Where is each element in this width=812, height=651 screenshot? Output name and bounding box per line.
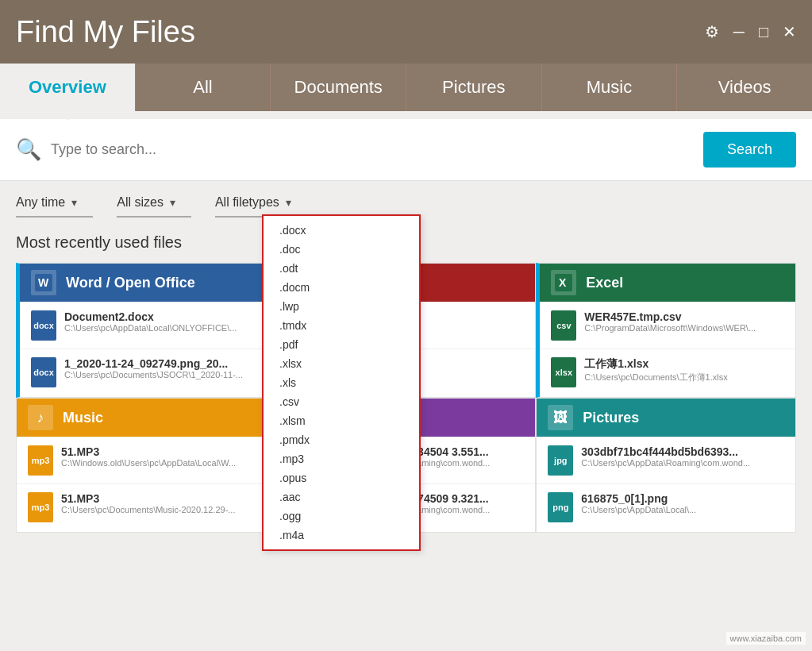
list-item[interactable]: docx Document2.docx C:\Users\pc\AppData\… bbox=[20, 302, 275, 349]
list-item[interactable]: xlsx 工作薄1.xlsx C:\Users\pc\Documents\工作薄… bbox=[540, 349, 795, 395]
close-icon[interactable]: ✕ bbox=[783, 22, 796, 41]
file-thumb-png: png bbox=[548, 492, 573, 522]
pictures-icon: 🖼 bbox=[548, 405, 573, 430]
filter-filetype[interactable]: All filetypes ▾ bbox=[215, 189, 307, 218]
category-word: W Word / Open Office docx Document2.docx… bbox=[16, 263, 276, 398]
filetype-option-xlsx[interactable]: .xlsx bbox=[264, 354, 419, 373]
file-info: 1_2020-11-24_092749.png_20... C:\Users\p… bbox=[64, 357, 264, 379]
list-item[interactable]: png 616875_0[1].png C:\Users\pc\AppData\… bbox=[537, 483, 795, 530]
music-icon: ♪ bbox=[28, 405, 53, 430]
tab-all[interactable]: All bbox=[136, 64, 271, 111]
filetype-option-lwp[interactable]: .lwp bbox=[264, 297, 419, 316]
list-item[interactable]: csv WER457E.tmp.csv C:\ProgramData\Micro… bbox=[540, 302, 795, 349]
filetype-option-opus[interactable]: .opus bbox=[264, 468, 419, 487]
file-thumb-docx: docx bbox=[31, 310, 56, 341]
search-bar: 🔍 Search bbox=[0, 119, 812, 181]
file-thumb-jpg: jpg bbox=[548, 445, 573, 476]
file-thumb-csv: csv bbox=[551, 310, 576, 341]
nav-tabs: Overview All Documents Pictures Music Vi… bbox=[0, 64, 812, 111]
filetype-option-doc[interactable]: .doc bbox=[264, 240, 419, 259]
filetype-option-docm[interactable]: .docm bbox=[264, 278, 419, 297]
title-bar: Find My Files ⚙ ─ □ ✕ bbox=[0, 0, 812, 64]
file-name: WER457E.tmp.csv bbox=[584, 310, 784, 323]
filter-size-label: All sizes bbox=[117, 195, 164, 210]
filetype-option-csv[interactable]: .csv bbox=[264, 392, 419, 411]
word-icon: W bbox=[31, 270, 56, 295]
filter-time[interactable]: Any time ▾ bbox=[16, 189, 93, 218]
list-item[interactable]: jpg 303dbf71bc4f444bd5bd6393... C:\Users… bbox=[537, 437, 795, 483]
file-name: Document2.docx bbox=[64, 310, 264, 323]
file-name: 工作薄1.xlsx bbox=[584, 357, 784, 372]
file-name: 303dbf71bc4f444bd5bd6393... bbox=[581, 445, 784, 458]
filetype-option-tmdx[interactable]: .tmdx bbox=[264, 316, 419, 335]
file-info: WER457E.tmp.csv C:\ProgramData\Microsoft… bbox=[584, 310, 784, 333]
app-title: Find My Files bbox=[16, 15, 195, 49]
file-path: C:\Users\pc\AppData\Roaming\com.wond... bbox=[581, 458, 784, 468]
file-path: C:\Windows.old\Users\pc\AppData\Local\W.… bbox=[61, 458, 264, 468]
filetype-option-odt[interactable]: .odt bbox=[264, 259, 419, 278]
watermark: www.xiazaiba.com bbox=[726, 632, 806, 645]
file-info: 51.MP3 C:\Windows.old\Users\pc\AppData\L… bbox=[61, 445, 264, 468]
tab-overview[interactable]: Overview bbox=[0, 64, 136, 111]
category-excel-label: Excel bbox=[586, 275, 623, 291]
file-info: 51.MP3 C:\Users\pc\Documents\Music-2020.… bbox=[61, 492, 264, 514]
category-music-header[interactable]: ♪ Music bbox=[17, 399, 275, 437]
category-word-label: Word / Open Office bbox=[66, 275, 195, 291]
file-path: C:\Users\pc\AppData\Local\ONLYOFFICE\... bbox=[64, 323, 264, 333]
category-music-label: Music bbox=[63, 410, 103, 426]
filter-size[interactable]: All sizes ▾ bbox=[117, 189, 191, 218]
filetype-option-m4a[interactable]: .m4a bbox=[264, 526, 419, 545]
category-excel: X Excel csv WER457E.tmp.csv C:\ProgramDa… bbox=[536, 263, 796, 398]
file-path: C:\Users\pc\Documents\JSOCR\1_2020-11-..… bbox=[64, 370, 264, 379]
list-item[interactable]: mp3 51.MP3 C:\Users\pc\Documents\Music-2… bbox=[17, 483, 275, 530]
list-item[interactable]: docx 1_2020-11-24_092749.png_20... C:\Us… bbox=[20, 349, 275, 395]
chevron-down-icon: ▾ bbox=[170, 196, 175, 209]
filetype-option-pdf[interactable]: .pdf bbox=[264, 335, 419, 354]
category-pictures-label: Pictures bbox=[583, 410, 639, 426]
maximize-icon[interactable]: □ bbox=[759, 23, 768, 41]
chevron-down-icon: ▾ bbox=[286, 196, 291, 209]
window-controls: ⚙ ─ □ ✕ bbox=[705, 22, 796, 41]
chevron-down-icon: ▾ bbox=[71, 196, 77, 209]
filetype-option-pmdx[interactable]: .pmdx bbox=[264, 430, 419, 449]
filetype-option-docx[interactable]: .docx bbox=[264, 221, 419, 240]
file-thumb-xlsx: xlsx bbox=[551, 357, 576, 387]
file-path: C:\ProgramData\Microsoft\Windows\WER\... bbox=[584, 323, 784, 333]
tab-pictures[interactable]: Pictures bbox=[406, 64, 542, 111]
file-name: 51.MP3 bbox=[61, 492, 264, 505]
file-thumb-mp3: mp3 bbox=[28, 445, 53, 476]
file-path: C:\Users\pc\Documents\Music-2020.12.29-.… bbox=[61, 505, 264, 514]
file-name: 616875_0[1].png bbox=[581, 492, 784, 505]
search-icon: 🔍 bbox=[16, 137, 41, 162]
filetype-option-ogg[interactable]: .ogg bbox=[264, 507, 419, 526]
file-path: C:\Users\pc\Documents\工作薄1.xlsx bbox=[584, 372, 784, 383]
filetype-option-xls[interactable]: .xls bbox=[264, 373, 419, 392]
file-info: Document2.docx C:\Users\pc\AppData\Local… bbox=[64, 310, 264, 333]
filetype-option-mp3[interactable]: .mp3 bbox=[264, 449, 419, 468]
minimize-icon[interactable]: ─ bbox=[733, 23, 745, 41]
filters-bar: Any time ▾ All sizes ▾ All filetypes ▾ .… bbox=[0, 181, 812, 225]
search-button[interactable]: Search bbox=[703, 132, 796, 168]
file-thumb-docx: docx bbox=[31, 357, 56, 387]
tab-videos[interactable]: Videos bbox=[677, 64, 812, 111]
file-name: 1_2020-11-24_092749.png_20... bbox=[64, 357, 264, 370]
tab-music[interactable]: Music bbox=[542, 64, 678, 111]
tab-documents[interactable]: Documents bbox=[271, 64, 406, 111]
category-word-header[interactable]: W Word / Open Office bbox=[20, 264, 275, 302]
filetype-option-aac[interactable]: .aac bbox=[264, 487, 419, 507]
settings-icon[interactable]: ⚙ bbox=[705, 22, 719, 41]
excel-icon: X bbox=[551, 270, 576, 295]
svg-text:W: W bbox=[38, 276, 49, 289]
file-name: 51.MP3 bbox=[61, 445, 264, 458]
filetype-option-xlsm[interactable]: .xlsm bbox=[264, 411, 419, 430]
file-info: 303dbf71bc4f444bd5bd6393... C:\Users\pc\… bbox=[581, 445, 784, 468]
search-input[interactable] bbox=[51, 141, 694, 158]
filter-time-label: Any time bbox=[16, 195, 65, 210]
filetype-dropdown-menu: .docx .doc .odt .docm .lwp .tmdx .pdf .x… bbox=[262, 214, 421, 551]
list-item[interactable]: mp3 51.MP3 C:\Windows.old\Users\pc\AppDa… bbox=[17, 437, 275, 483]
category-excel-header[interactable]: X Excel bbox=[540, 264, 795, 302]
filter-filetype-label: All filetypes bbox=[215, 195, 279, 210]
file-thumb-mp3: mp3 bbox=[28, 492, 53, 522]
category-pictures: 🖼 Pictures jpg 303dbf71bc4f444bd5bd6393.… bbox=[536, 398, 796, 533]
category-pictures-header[interactable]: 🖼 Pictures bbox=[537, 399, 795, 437]
